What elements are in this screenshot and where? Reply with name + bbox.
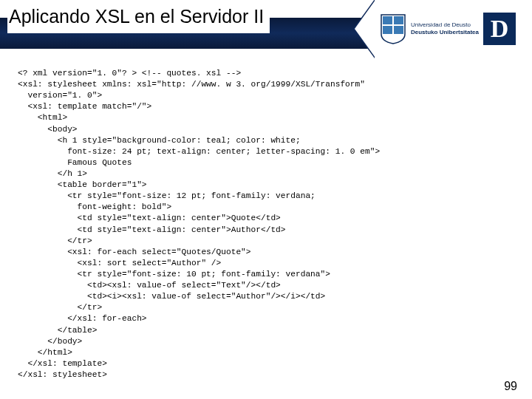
svg-rect-2 — [383, 26, 392, 34]
university-logo: Universidad de Deusto Deustuko Unibertsi… — [375, 0, 532, 58]
code-listing: <? xml version="1. 0"? > <!-- quotes. xs… — [0, 58, 532, 381]
page-number: 99 — [504, 380, 517, 393]
university-name: Universidad de Deusto Deustuko Unibertsi… — [411, 21, 479, 35]
svg-rect-0 — [383, 16, 392, 24]
slide-title: Aplicando XSL en el Servidor II — [7, 3, 270, 33]
svg-rect-3 — [394, 26, 403, 34]
d-logo-icon: D — [483, 13, 516, 45]
slide-header: Aplicando XSL en el Servidor II Universi… — [0, 0, 532, 58]
svg-rect-1 — [394, 16, 403, 24]
shield-icon — [380, 13, 406, 44]
